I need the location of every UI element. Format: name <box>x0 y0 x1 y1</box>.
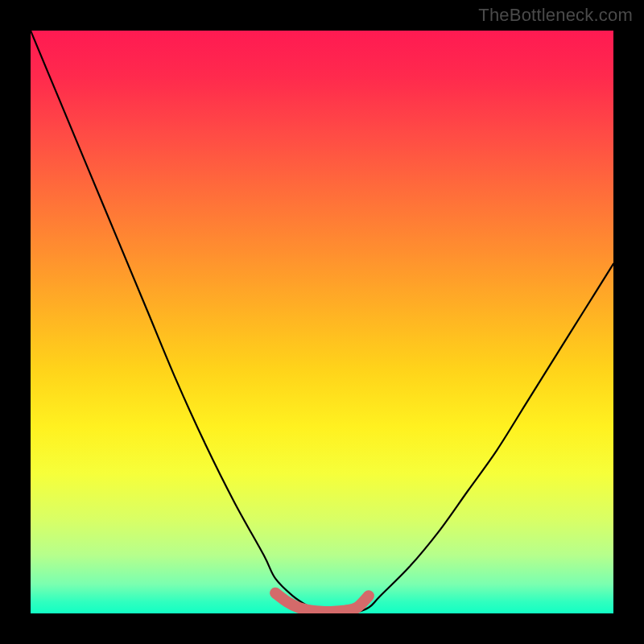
curve-layer <box>31 31 613 613</box>
plot-area <box>31 31 613 613</box>
flat-zone-marker <box>275 593 369 612</box>
chart-frame: TheBottleneck.com <box>0 0 644 644</box>
attribution-label: TheBottleneck.com <box>478 5 633 26</box>
bottleneck-curve <box>31 31 613 613</box>
